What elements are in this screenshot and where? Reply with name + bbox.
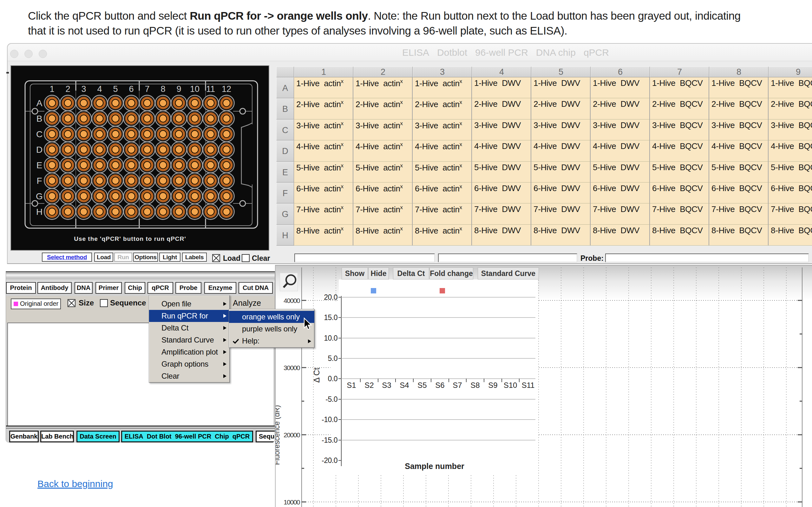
svg-text:S4: S4 <box>400 381 409 389</box>
svg-text:11: 11 <box>206 84 215 94</box>
svg-text:8: 8 <box>160 84 165 94</box>
svg-text:A: A <box>37 98 43 108</box>
svg-text:0.0: 0.0 <box>328 375 338 383</box>
svg-text:6: 6 <box>129 84 134 94</box>
svg-text:S3: S3 <box>382 381 391 389</box>
svg-text:S2: S2 <box>364 381 374 389</box>
svg-text:C: C <box>36 129 43 139</box>
svg-text:4: 4 <box>97 84 102 94</box>
svg-text:12: 12 <box>222 84 231 94</box>
svg-text:S8: S8 <box>470 381 479 389</box>
svg-text:5.0: 5.0 <box>328 354 338 362</box>
svg-text:10: 10 <box>190 84 200 94</box>
svg-text:Use the 'qPCR' button to run q: Use the 'qPCR' button to run qPCR' <box>74 235 186 242</box>
svg-text:1: 1 <box>49 84 54 94</box>
svg-text:2: 2 <box>65 84 70 94</box>
svg-text:-5.0: -5.0 <box>325 395 338 403</box>
svg-text:30000: 30000 <box>284 364 300 372</box>
svg-text:S5: S5 <box>417 381 426 389</box>
svg-text:H: H <box>36 207 43 217</box>
svg-text:10.0: 10.0 <box>324 334 338 342</box>
svg-text:F: F <box>37 176 42 186</box>
svg-text:-20.0: -20.0 <box>322 456 338 464</box>
svg-text:15.0: 15.0 <box>324 314 338 322</box>
svg-text:-15.0: -15.0 <box>322 436 338 444</box>
svg-text:3: 3 <box>81 84 86 94</box>
svg-text:5: 5 <box>113 84 118 94</box>
svg-text:7: 7 <box>145 84 149 94</box>
svg-text:40000: 40000 <box>284 297 300 304</box>
svg-text:B: B <box>37 114 43 124</box>
svg-text:G: G <box>36 191 43 201</box>
svg-text:S1: S1 <box>347 381 356 389</box>
svg-text:20.0: 20.0 <box>324 293 338 301</box>
svg-text:Fluorescence (dR): Fluorescence (dR) <box>275 405 281 465</box>
svg-text:9: 9 <box>176 84 181 94</box>
svg-text:20000: 20000 <box>284 431 300 439</box>
svg-text:-10.0: -10.0 <box>322 415 338 424</box>
svg-text:S11: S11 <box>522 381 535 389</box>
svg-text:Sample number: Sample number <box>405 462 464 470</box>
svg-text:E: E <box>37 160 43 170</box>
svg-text:S6: S6 <box>435 381 444 389</box>
svg-text:10000: 10000 <box>284 498 300 506</box>
svg-text:S10: S10 <box>504 381 517 389</box>
svg-text:D: D <box>36 145 43 155</box>
svg-text:Δ Ct: Δ Ct <box>312 368 321 383</box>
svg-text:S9: S9 <box>488 381 497 389</box>
svg-text:S7: S7 <box>453 381 462 389</box>
